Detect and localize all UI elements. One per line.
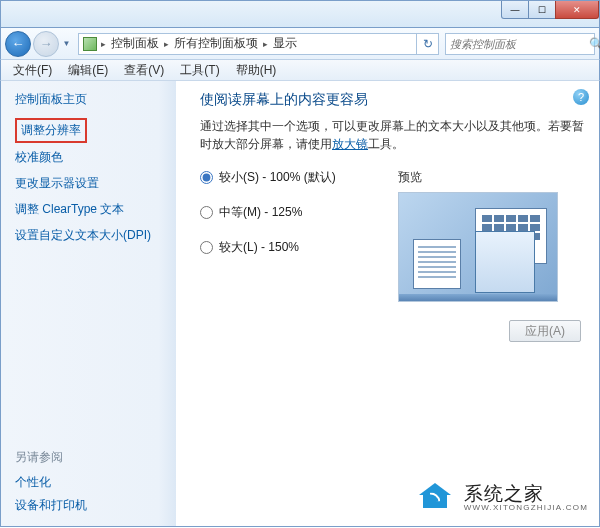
content-pane: ? 使阅读屏幕上的内容更容易 通过选择其中一个选项，可以更改屏幕上的文本大小以及…: [176, 81, 599, 526]
breadcrumb-item[interactable]: 所有控制面板项: [172, 35, 260, 52]
sidebar-see-also: 另请参阅 个性化 设备和打印机: [15, 449, 166, 518]
magnifier-link[interactable]: 放大镜: [332, 137, 368, 151]
maximize-button[interactable]: ☐: [528, 1, 556, 19]
sidebar-link-devices[interactable]: 设备和打印机: [15, 495, 166, 516]
preview-area: 预览: [380, 169, 585, 302]
sidebar-item-display-settings[interactable]: 更改显示器设置: [15, 172, 166, 195]
option-label: 中等(M) - 125%: [219, 204, 302, 221]
watermark-text-cn: 系统之家: [464, 484, 588, 503]
preview-window-icon: [475, 231, 535, 293]
forward-button[interactable]: →: [33, 31, 59, 57]
page-description: 通过选择其中一个选项，可以更改屏幕上的文本大小以及其他项。若要暂时放大部分屏幕，…: [200, 117, 585, 153]
apply-button[interactable]: 应用(A): [509, 320, 581, 342]
sidebar-item-calibrate[interactable]: 校准颜色: [15, 146, 166, 169]
titlebar: — ☐ ✕: [0, 0, 600, 28]
watermark: 系统之家 WWW.XITONGZHIJIA.COM: [414, 480, 588, 516]
chevron-right-icon[interactable]: ▸: [162, 39, 171, 49]
sidebar-item-cleartype[interactable]: 调整 ClearType 文本: [15, 198, 166, 221]
search-box[interactable]: 🔍: [445, 33, 595, 55]
sidebar-link-personalize[interactable]: 个性化: [15, 472, 166, 493]
history-dropdown-icon[interactable]: ▼: [61, 34, 72, 54]
window-controls: — ☐ ✕: [502, 1, 599, 19]
menu-file[interactable]: 文件(F): [7, 61, 58, 80]
search-input[interactable]: [450, 38, 589, 50]
chevron-right-icon[interactable]: ▸: [99, 39, 108, 49]
breadcrumb-item[interactable]: 控制面板: [109, 35, 161, 52]
breadcrumb[interactable]: ▸ 控制面板 ▸ 所有控制面板项 ▸ 显示: [78, 33, 417, 55]
menu-tools[interactable]: 工具(T): [174, 61, 225, 80]
sidebar-item-resolution[interactable]: 调整分辨率: [15, 118, 87, 143]
close-button[interactable]: ✕: [555, 1, 599, 19]
refresh-icon[interactable]: ↻: [417, 33, 439, 55]
control-panel-icon: [83, 37, 97, 51]
preview-label: 预览: [398, 169, 585, 186]
option-larger[interactable]: 较大(L) - 150%: [200, 239, 380, 256]
size-options: 较小(S) - 100% (默认) 中等(M) - 125% 较大(L) - 1…: [200, 169, 380, 302]
see-also-header: 另请参阅: [15, 449, 166, 466]
sidebar: 控制面板主页 调整分辨率 校准颜色 更改显示器设置 调整 ClearType 文…: [1, 81, 176, 526]
page-heading: 使阅读屏幕上的内容更容易: [200, 91, 585, 109]
sidebar-home[interactable]: 控制面板主页: [15, 91, 166, 108]
breadcrumb-item[interactable]: 显示: [271, 35, 299, 52]
back-button[interactable]: ←: [5, 31, 31, 57]
chevron-right-icon[interactable]: ▸: [261, 39, 270, 49]
watermark-logo-icon: [414, 480, 458, 516]
minimize-button[interactable]: —: [501, 1, 529, 19]
preview-image: [398, 192, 558, 302]
sidebar-item-dpi[interactable]: 设置自定义文本大小(DPI): [15, 224, 166, 247]
radio-larger[interactable]: [200, 241, 213, 254]
radio-medium[interactable]: [200, 206, 213, 219]
menubar: 文件(F) 编辑(E) 查看(V) 工具(T) 帮助(H): [0, 60, 600, 81]
main-area: 控制面板主页 调整分辨率 校准颜色 更改显示器设置 调整 ClearType 文…: [0, 81, 600, 527]
help-icon[interactable]: ?: [573, 89, 589, 105]
option-smaller[interactable]: 较小(S) - 100% (默认): [200, 169, 380, 186]
menu-view[interactable]: 查看(V): [118, 61, 170, 80]
menu-edit[interactable]: 编辑(E): [62, 61, 114, 80]
radio-smaller[interactable]: [200, 171, 213, 184]
preview-taskbar-icon: [399, 294, 557, 301]
desc-text: 工具。: [368, 137, 404, 151]
watermark-text-en: WWW.XITONGZHIJIA.COM: [464, 504, 588, 512]
search-icon[interactable]: 🔍: [589, 37, 600, 51]
option-medium[interactable]: 中等(M) - 125%: [200, 204, 380, 221]
menu-help[interactable]: 帮助(H): [230, 61, 283, 80]
navigation-bar: ← → ▼ ▸ 控制面板 ▸ 所有控制面板项 ▸ 显示 ↻ 🔍: [0, 28, 600, 60]
option-label: 较小(S) - 100% (默认): [219, 169, 336, 186]
preview-window-icon: [413, 239, 461, 289]
nav-arrows: ← → ▼: [5, 31, 72, 57]
option-label: 较大(L) - 150%: [219, 239, 299, 256]
